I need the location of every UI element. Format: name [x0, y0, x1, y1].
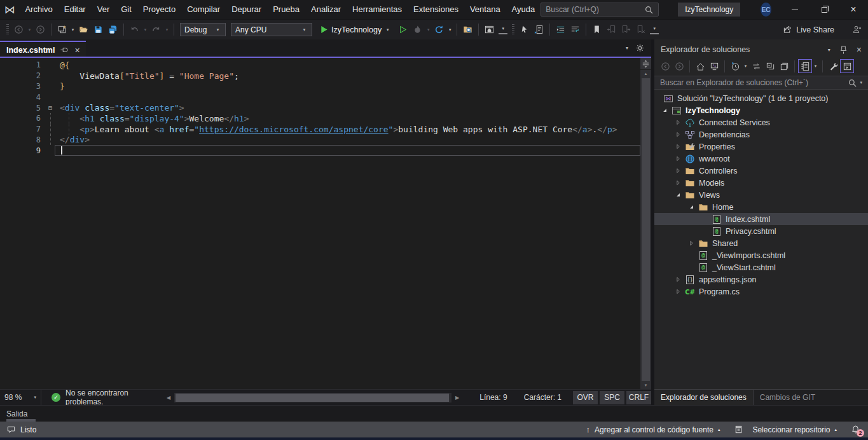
expander-icon[interactable] [673, 191, 684, 198]
ovr-toggle[interactable]: OVR [573, 391, 598, 404]
live-share-button[interactable]: Live Share [783, 25, 834, 34]
line-number[interactable]: 7 [0, 125, 41, 134]
expander-icon[interactable] [673, 179, 684, 186]
health-check-icon[interactable]: ✓ [52, 393, 60, 402]
menu-compilar[interactable]: Compilar [181, 0, 226, 19]
dropdown-caret-icon[interactable]: ▾ [742, 64, 749, 69]
toolbar-overflow-icon[interactable]: ▾ [650, 25, 659, 34]
line-number[interactable]: 9 [0, 146, 41, 155]
select-repository-button[interactable]: Seleccionar repositorio ▴ [734, 425, 837, 434]
panel-pin-icon[interactable] [839, 45, 848, 55]
code-line-content[interactable]: @{ [60, 60, 640, 71]
code-line-content[interactable]: <h1 class="display-4">Welcome</h1> [60, 113, 640, 124]
tree-item-privacy-cshtml[interactable]: @Privacy.cshtml [654, 225, 868, 237]
horizontal-scrollbar[interactable] [174, 393, 451, 402]
find-in-files-icon[interactable] [460, 22, 475, 38]
vertical-scrollbar[interactable]: ▴ ▾ [640, 58, 651, 389]
person-add-icon[interactable] [850, 22, 864, 38]
search-input[interactable] [546, 5, 644, 14]
menu-ayuda[interactable]: Ayuda [506, 0, 541, 19]
line-number[interactable]: 6 [0, 114, 41, 123]
line-number[interactable]: 2 [0, 71, 41, 80]
doc-insert-icon[interactable] [532, 22, 546, 38]
tree-item-index-cshtml[interactable]: @Index.cshtml [654, 213, 868, 225]
expander-icon[interactable] [673, 167, 684, 174]
tree-item-soluci-n-izytechnology-1-de-1-proyecto[interactable]: ⋈Solución "IzyTechnology" (1 de 1 proyec… [654, 92, 868, 104]
restore-button[interactable] [809, 0, 839, 19]
global-search-box[interactable] [541, 3, 659, 17]
code-line-content[interactable]: <div class="text-center"> [60, 102, 640, 113]
debug-configuration-select[interactable]: Debug▾ [180, 23, 226, 36]
panel-close-icon[interactable]: × [857, 45, 862, 54]
open-folder-icon[interactable] [76, 22, 91, 38]
switch-views-icon[interactable] [707, 59, 721, 73]
save-icon[interactable] [91, 22, 106, 38]
problems-status[interactable]: No se encontraron problemas. [65, 388, 153, 406]
tab-list-caret-icon[interactable]: ▾ [626, 45, 628, 51]
expander-icon[interactable] [673, 288, 684, 295]
zoom-select[interactable]: 98 % ▾ [0, 390, 41, 405]
notifications-bell[interactable]: 2 [851, 425, 860, 434]
tree-item-izytechnology[interactable]: IzyTechnology [654, 104, 868, 116]
hscroll-left-arrow[interactable]: ◀ [163, 395, 174, 401]
tree-item-shared[interactable]: Shared [654, 237, 868, 249]
tree-item-viewstart-cshtml[interactable]: @_ViewStart.cshtml [654, 261, 868, 273]
code-line-content[interactable]: </div> [60, 135, 640, 146]
show-all-files-icon[interactable] [798, 59, 812, 73]
expander-icon[interactable] [673, 131, 684, 138]
restart-icon[interactable] [432, 22, 446, 38]
code-editor[interactable]: 1@{2 ViewData["Title"] = "Home Page";3}4… [0, 58, 651, 389]
tree-item-views[interactable]: Views [654, 189, 868, 201]
pending-changes-icon[interactable] [728, 59, 742, 73]
menu-git[interactable]: Git [115, 0, 137, 19]
browser-home-icon[interactable] [482, 22, 497, 38]
toolbar-grip[interactable] [512, 24, 514, 36]
toolbar-overflow-icon[interactable]: ▾ [499, 25, 507, 34]
tree-item-wwwroot[interactable]: wwwroot [654, 153, 868, 165]
pointer-icon[interactable] [517, 22, 532, 38]
tree-item-program-cs[interactable]: C#Program.cs [654, 285, 868, 298]
menu-depurar[interactable]: Depurar [226, 0, 267, 19]
split-editor-handle[interactable] [640, 58, 651, 70]
list-members-icon[interactable] [553, 22, 568, 38]
dropdown-caret-icon[interactable]: ▾ [69, 27, 76, 32]
tab-git-changes[interactable]: Cambios de GIT [754, 390, 822, 405]
code-line-content[interactable]: <p>Learn about <a href="https://docs.mic… [60, 124, 640, 135]
toolbar-grip[interactable] [6, 24, 9, 36]
close-tab-icon[interactable]: × [74, 46, 79, 55]
expander-icon[interactable] [686, 203, 697, 210]
spc-toggle[interactable]: SPC [600, 391, 624, 404]
menu-proyecto[interactable]: Proyecto [137, 0, 181, 19]
editor-options-gear-icon[interactable] [635, 43, 645, 53]
menu-analizar[interactable]: Analizar [305, 0, 347, 19]
menu-herramientas[interactable]: Herramientas [347, 0, 408, 19]
menu-extensiones[interactable]: Extensiones [408, 0, 464, 19]
vertical-scroll-track[interactable]: ▴ ▾ [640, 70, 651, 389]
save-all-icon[interactable] [106, 22, 120, 38]
dropdown-caret-icon[interactable]: ▾ [446, 27, 453, 32]
tab-index-cshtml[interactable]: Index.cshtml × [0, 41, 86, 58]
menu-archivo[interactable]: Archivo [19, 0, 58, 19]
bookmark-icon[interactable] [589, 22, 604, 38]
code-line-content[interactable]: } [60, 81, 640, 92]
play-outline-icon[interactable] [396, 22, 410, 38]
sync-icon[interactable] [749, 59, 763, 73]
tree-item-properties[interactable]: Properties [654, 141, 868, 153]
scroll-up-arrow-icon[interactable]: ▴ [640, 71, 651, 76]
vertical-scroll-thumb[interactable] [642, 78, 650, 381]
new-project-icon[interactable] [55, 22, 69, 38]
line-number[interactable]: 4 [0, 93, 41, 102]
expander-icon[interactable] [686, 240, 697, 247]
tree-item-models[interactable]: Models [654, 177, 868, 189]
menu-ver[interactable]: Ver [92, 0, 116, 19]
expander-icon[interactable] [659, 107, 670, 114]
tree-item-connected-services[interactable]: Connected Services [654, 116, 868, 128]
tree-item-viewimports-cshtml[interactable]: @_ViewImports.cshtml [654, 249, 868, 261]
code-line-content[interactable] [60, 92, 640, 102]
solution-search-box[interactable]: ▾ [654, 76, 868, 90]
tree-item-dependencias[interactable]: Dependencias [654, 128, 868, 141]
horizontal-scroll-thumb[interactable] [176, 394, 449, 402]
close-button[interactable]: × [839, 0, 868, 19]
account-project-button[interactable]: IzyTechnology [678, 3, 740, 17]
tab-solution-explorer[interactable]: Explorador de soluciones [654, 390, 754, 405]
